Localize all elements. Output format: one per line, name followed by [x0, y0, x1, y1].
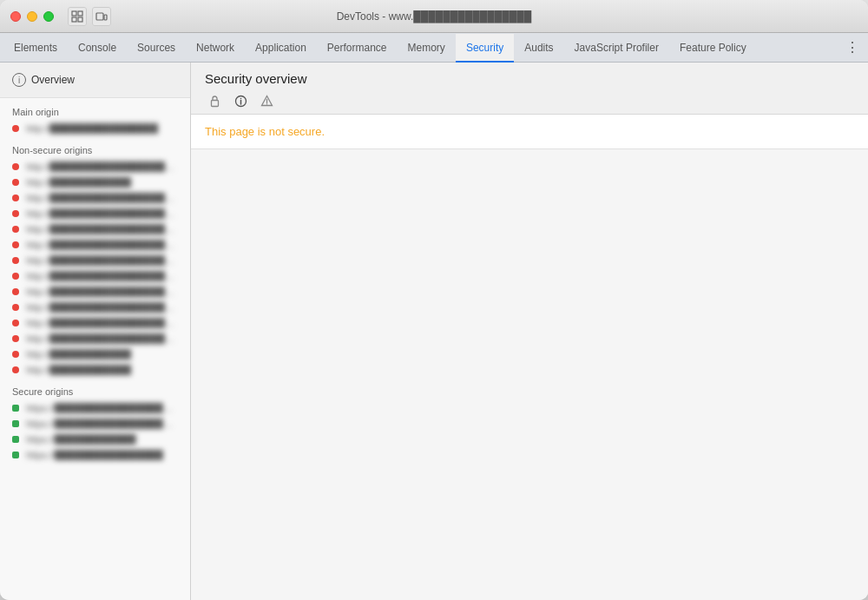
- device-icon[interactable]: [92, 7, 111, 26]
- secure-item-text: https://████████████████████████: [26, 403, 178, 413]
- tab-sources[interactable]: Sources: [127, 34, 186, 63]
- svg-point-11: [266, 103, 266, 104]
- non-secure-item-text: http://████████████: [26, 349, 131, 359]
- tab-js-profiler[interactable]: JavaScript Profiler: [564, 34, 669, 63]
- non-secure-dot: [12, 210, 19, 217]
- svg-rect-5: [104, 15, 107, 20]
- tab-performance[interactable]: Performance: [317, 34, 398, 63]
- svg-rect-1: [78, 11, 82, 16]
- list-item[interactable]: https://████████████████: [0, 447, 190, 463]
- content-title: Security overview: [205, 71, 854, 86]
- non-secure-dot: [12, 351, 19, 358]
- tab-console[interactable]: Console: [68, 34, 127, 63]
- tab-spacer: [757, 33, 837, 62]
- sidebar: i Overview Main origin http://██████████…: [0, 63, 191, 600]
- tab-application[interactable]: Application: [245, 34, 317, 63]
- overview-info-icon: i: [12, 73, 26, 87]
- main-origin-text: http://████████████████: [26, 123, 158, 134]
- non-secure-dot: [12, 195, 19, 201]
- non-secure-dot: [12, 179, 19, 186]
- non-secure-dot: [12, 320, 19, 326]
- list-item[interactable]: https://████████████: [0, 432, 190, 447]
- non-secure-dot: [12, 257, 19, 264]
- non-secure-item-text: http://████████████████████████: [26, 193, 178, 203]
- list-item[interactable]: http://████████████████████████: [0, 206, 190, 221]
- non-secure-dot: [12, 163, 19, 170]
- tab-security[interactable]: Security: [456, 34, 514, 63]
- non-secure-dot: [12, 273, 19, 280]
- non-secure-dot: [12, 241, 19, 248]
- non-secure-dot: [12, 366, 19, 373]
- list-item[interactable]: http://████████████: [0, 362, 190, 378]
- svg-point-9: [240, 97, 241, 99]
- main-origin-item[interactable]: http://████████████████: [0, 121, 190, 136]
- list-item[interactable]: http://████████████████████: [0, 221, 190, 237]
- non-secure-item-text: http://████████████████████████████: [26, 287, 178, 297]
- main-origin-label: Main origin: [0, 98, 190, 121]
- non-secure-item-text: http://████████████████████: [26, 333, 178, 344]
- list-item[interactable]: http://████████████████████████: [0, 268, 190, 284]
- secure-dot: [12, 405, 19, 412]
- tab-audits[interactable]: Audits: [514, 34, 563, 63]
- list-item[interactable]: http://████████████████████████: [0, 237, 190, 253]
- titlebar-icons: [68, 7, 111, 26]
- list-item[interactable]: http://████████████: [0, 175, 190, 190]
- secure-dot: [12, 436, 19, 443]
- list-item[interactable]: http://████████████████████████: [0, 190, 190, 206]
- tab-feature-policy[interactable]: Feature Policy: [669, 34, 757, 63]
- list-item[interactable]: http://████████████████████████████: [0, 159, 190, 175]
- list-item[interactable]: http://████████████████████████████: [0, 300, 190, 315]
- sidebar-overview[interactable]: i Overview: [0, 63, 190, 98]
- non-secure-item-text: http://████████████████████████████: [26, 318, 178, 328]
- tab-elements[interactable]: Elements: [3, 34, 68, 63]
- non-secure-item-text: http://████████████████████: [26, 255, 178, 266]
- minimize-button[interactable]: [27, 11, 37, 22]
- list-item[interactable]: https://████████████████████████: [0, 400, 190, 416]
- secure-item-text: https://████████████████████████████: [26, 419, 178, 429]
- tabbar: Elements Console Sources Network Applica…: [0, 33, 868, 63]
- traffic-lights: [10, 11, 54, 22]
- non-secure-origins-label: Non-secure origins: [0, 136, 190, 159]
- non-secure-dot: [12, 226, 19, 233]
- tab-more-button[interactable]: ⋮: [837, 33, 868, 62]
- secure-dot: [12, 420, 19, 427]
- non-secure-dot: [12, 288, 19, 295]
- non-secure-item-text: http://████████████████████████: [26, 208, 178, 219]
- list-item[interactable]: http://████████████: [0, 346, 190, 362]
- non-secure-item-text: http://████████████████████████: [26, 271, 178, 281]
- content-icon-bar: [205, 91, 854, 114]
- non-secure-item-text: http://████████████: [26, 177, 131, 188]
- list-item[interactable]: http://████████████████████████████: [0, 315, 190, 331]
- window-title: DevTools - www.████████████████: [337, 10, 532, 23]
- tab-memory[interactable]: Memory: [398, 34, 456, 63]
- svg-rect-2: [72, 17, 76, 22]
- main-content: i Overview Main origin http://██████████…: [0, 63, 868, 600]
- svg-rect-0: [72, 11, 76, 16]
- svg-rect-3: [78, 17, 82, 22]
- list-item[interactable]: http://████████████████████: [0, 253, 190, 268]
- list-item[interactable]: http://████████████████████: [0, 331, 190, 346]
- security-content-panel: Security overview: [191, 63, 868, 600]
- close-button[interactable]: [10, 11, 21, 22]
- list-item[interactable]: https://████████████████████████████: [0, 416, 190, 432]
- list-item[interactable]: http://████████████████████████████: [0, 284, 190, 300]
- svg-rect-6: [211, 100, 218, 106]
- non-secure-item-text: http://████████████████████████████: [26, 162, 178, 172]
- info-icon-button[interactable]: [231, 91, 250, 110]
- lock-icon-button[interactable]: [205, 91, 224, 110]
- devtools-window: DevTools - www.████████████████ Elements…: [0, 0, 868, 600]
- inspect-icon[interactable]: [68, 7, 87, 26]
- non-secure-item-text: http://████████████████████: [26, 224, 178, 234]
- content-body: [191, 149, 868, 600]
- secure-origins-label: Secure origins: [0, 378, 190, 400]
- non-secure-item-text: http://████████████████████████: [26, 240, 178, 250]
- non-secure-dot: [12, 335, 19, 342]
- security-warning-message: This page is not secure.: [191, 115, 868, 149]
- secure-item-text: https://████████████████: [26, 450, 163, 460]
- non-secure-item-text: http://████████████: [26, 365, 131, 375]
- main-origin-dot: [12, 125, 19, 132]
- secure-dot: [12, 452, 19, 458]
- maximize-button[interactable]: [43, 11, 54, 22]
- warning-icon-button[interactable]: [257, 91, 276, 110]
- tab-network[interactable]: Network: [186, 34, 245, 63]
